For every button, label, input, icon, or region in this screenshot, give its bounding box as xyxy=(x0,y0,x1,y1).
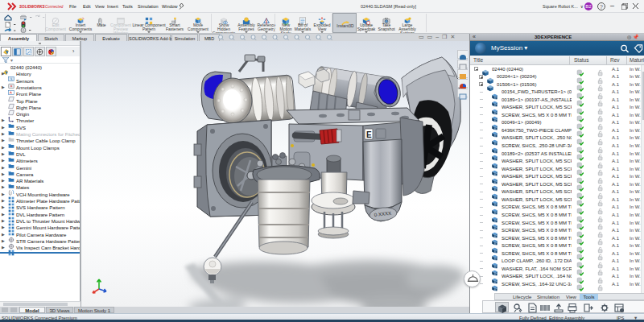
svg-text:E: E xyxy=(366,130,372,139)
